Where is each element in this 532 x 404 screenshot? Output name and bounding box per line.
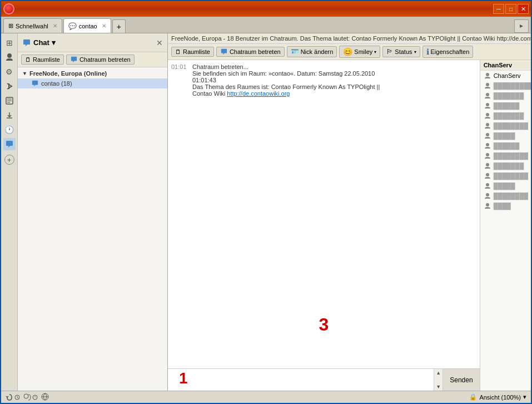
member-user-icon — [484, 92, 491, 100]
tab-schnellwahl-close[interactable]: ✕ — [53, 23, 57, 29]
message-row: 01:01 Chatraum betreten... Sie befinden … — [171, 63, 476, 97]
nick-toolbar-label: Nick ändern — [301, 48, 334, 55]
nick-toolbar-button[interactable]: 🪪 Nick ändern — [287, 46, 337, 57]
svg-point-16 — [486, 173, 489, 176]
topic-text: FreeNode, Europa - 18 Benutzer im Chatra… — [171, 35, 531, 42]
tree-collapse-icon: ▼ — [22, 71, 27, 76]
status-dropdown-icon: ▾ — [414, 50, 416, 55]
strip-notes-icon[interactable] — [3, 95, 16, 107]
zoom-lock-icon: 🔒 — [469, 393, 477, 401]
svg-point-8 — [486, 93, 489, 96]
raumliste-toolbar-label: Raumliste — [183, 48, 210, 55]
status-rss-icon[interactable] — [23, 393, 38, 401]
member-name: █████████ — [494, 82, 531, 89]
member-item: █████ — [480, 131, 531, 141]
sidebar-toolbar: 🗒 Raumliste Chatraum betreten — [18, 52, 167, 67]
minimize-button[interactable]: ─ — [493, 4, 504, 14]
server-group: ▼ FreeNode, Europa (Online) contao (18) — [18, 67, 167, 90]
tab-scroll-right[interactable] — [514, 19, 529, 33]
eigenschaften-toolbar-button[interactable]: ℹ Eigenschaften — [422, 46, 474, 58]
member-item: ██████ — [480, 101, 531, 111]
smiley-toolbar-label: Smiley — [354, 48, 372, 55]
svg-point-6 — [486, 73, 489, 76]
smiley-dropdown-icon: ▾ — [374, 50, 376, 55]
svg-point-0 — [7, 53, 12, 58]
input-scrollbar: ▲ ▼ — [434, 369, 442, 391]
member-user-icon — [484, 82, 491, 90]
strip-chat-icon[interactable] — [3, 138, 16, 150]
sidebar-chatraum-button[interactable]: Chatraum betreten — [66, 55, 135, 65]
member-item: ██████ — [480, 141, 531, 151]
left-strip: ⊞ ⚙ 🕐 + — [1, 33, 18, 391]
channel-contao[interactable]: contao (18) — [18, 78, 167, 88]
channel-chat-icon — [31, 80, 39, 87]
sidebar: Chat ▾ ✕ 🗒 Raumliste Chatraum betreten — [18, 33, 168, 391]
svg-point-12 — [486, 133, 489, 136]
add-tab-button[interactable]: + — [112, 19, 126, 33]
chat-members-wrapper: 01:01 Chatraum betreten... Sie befinden … — [168, 60, 531, 391]
member-name: █████ — [494, 183, 515, 189]
strip-contacts-icon[interactable] — [3, 51, 16, 63]
server-freenode[interactable]: ▼ FreeNode, Europa (Online) — [18, 68, 167, 78]
chatraum-toolbar-label: Chatraum betreten — [230, 48, 281, 55]
tab-contao-close[interactable]: ✕ — [102, 23, 106, 29]
contaowiki-link[interactable]: http://de.contaowiki.org — [227, 90, 290, 97]
smiley-toolbar-button[interactable]: 😊 Smiley ▾ — [339, 46, 380, 58]
sidebar-chatraum-label: Chatraum betreten — [79, 56, 131, 63]
content-toolbar: 🗒 Raumliste Chatraum betreten 🪪 Nick änd… — [168, 44, 531, 60]
strip-settings-icon[interactable]: ⚙ — [3, 66, 16, 78]
status-flag-icon[interactable] — [41, 393, 49, 402]
raumliste-toolbar-button[interactable]: 🗒 Raumliste — [171, 47, 214, 57]
member-user-icon — [484, 112, 491, 120]
sidebar-dropdown-icon[interactable]: ▾ — [52, 38, 56, 47]
tab-contao[interactable]: 💬 contao ✕ — [63, 18, 111, 33]
chat-messages[interactable]: 01:01 Chatraum betreten... Sie befinden … — [168, 60, 480, 368]
scrollbar-up-button[interactable]: ▲ — [435, 369, 441, 377]
chatraum-toolbar-icon — [220, 48, 228, 55]
status-reload-icon[interactable] — [6, 393, 20, 401]
svg-point-17 — [486, 183, 489, 186]
svg-point-23 — [24, 394, 28, 398]
sidebar-raumliste-label: Raumliste — [33, 56, 60, 63]
member-user-icon — [484, 142, 491, 150]
scrollbar-down-button[interactable]: ▼ — [435, 383, 441, 391]
sidebar-close-button[interactable]: ✕ — [156, 38, 163, 47]
maximize-button[interactable]: □ — [505, 4, 516, 14]
tab-schnellwahl[interactable]: ⊞ Schnellwahl ✕ — [3, 18, 62, 33]
members-panel: 2 ChanServ ChanServ █████████ ███████ — [480, 60, 531, 391]
title-bar: ─ □ ✕ — [1, 1, 531, 17]
member-name: ███████ — [494, 162, 524, 169]
chatraum-toolbar-button[interactable]: Chatraum betreten — [216, 47, 285, 57]
msg-line-1: Chatraum betreten... — [192, 63, 380, 70]
strip-bookmarks-icon[interactable] — [3, 80, 16, 92]
eigenschaften-toolbar-label: Eigenschaften — [431, 48, 470, 55]
msg-line-3: 01:01:43 — [192, 77, 380, 83]
strip-speed-dial-icon[interactable]: ⊞ — [3, 37, 16, 49]
sidebar-raumliste-button[interactable]: 🗒 Raumliste — [21, 55, 64, 65]
close-button[interactable]: ✕ — [518, 4, 529, 14]
strip-downloads-icon[interactable] — [3, 109, 16, 121]
strip-history-icon[interactable]: 🕐 — [3, 124, 16, 136]
member-item: ███████ — [480, 91, 531, 101]
status-toolbar-button[interactable]: 🏳 Status ▾ — [382, 46, 420, 57]
send-label: Senden — [450, 376, 473, 384]
raumliste-toolbar-icon: 🗒 — [175, 48, 181, 55]
channel-name: contao (18) — [41, 80, 72, 87]
chat-input[interactable] — [168, 369, 434, 391]
member-user-icon — [484, 72, 491, 80]
strip-add-panel-button[interactable]: + — [4, 155, 14, 165]
member-item: ███████ — [480, 111, 531, 121]
member-name: █████ — [494, 132, 515, 139]
member-name: ███████ — [494, 92, 524, 99]
opera-logo — [3, 3, 14, 14]
status-toolbar-label: Status — [395, 48, 412, 55]
server-name: FreeNode, Europa (Online) — [29, 70, 107, 77]
svg-point-7 — [486, 83, 489, 86]
content-area: FreeNode, Europa - 18 Benutzer im Chatra… — [168, 33, 531, 391]
zoom-dropdown-icon[interactable]: ▾ — [523, 393, 526, 401]
member-user-icon — [484, 192, 491, 200]
send-button[interactable]: Senden — [442, 369, 479, 391]
member-user-icon — [484, 172, 491, 180]
message-content: Chatraum betreten... Sie befinden sich i… — [192, 63, 380, 97]
chat-area: 01:01 Chatraum betreten... Sie befinden … — [168, 60, 480, 391]
